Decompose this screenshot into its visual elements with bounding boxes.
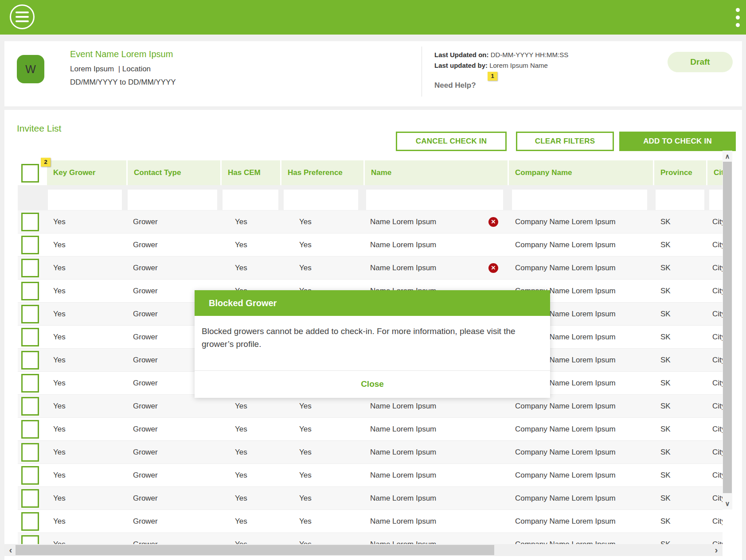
row-checkbox[interactable] <box>21 374 39 393</box>
header-divider <box>422 47 422 97</box>
horizontal-scrollbar-thumb[interactable] <box>16 545 494 555</box>
row-checkbox[interactable] <box>21 259 39 277</box>
cell-contact-type: Grower <box>133 464 158 487</box>
modal-close-button[interactable]: Close <box>195 371 550 397</box>
table-row: YesGrowerYesYesName Lorem IpsumCompany N… <box>18 418 723 441</box>
column-header-has-cem[interactable]: Has CEM <box>220 160 280 185</box>
filter-input-name[interactable] <box>366 190 503 210</box>
row-checkbox[interactable] <box>21 351 39 369</box>
need-help-link[interactable]: Need Help? <box>434 81 476 90</box>
cell-key-grower: Yes <box>53 372 66 395</box>
filter-input-city[interactable] <box>709 190 723 210</box>
column-header-key-grower[interactable]: Key Grower <box>46 160 126 185</box>
cell-contact-type: Grower <box>133 326 158 349</box>
cell-has-cem: Yes <box>235 395 247 418</box>
cell-contact-type: Grower <box>133 280 158 303</box>
filter-input-province[interactable] <box>656 190 704 210</box>
cell-has-cem: Yes <box>235 510 247 533</box>
cell-city: City <box>712 326 723 349</box>
cell-province: SK <box>660 464 671 487</box>
blocked-grower-icon[interactable]: ✕ <box>488 217 498 227</box>
cell-city: City <box>712 233 723 257</box>
hamburger-menu-icon[interactable] <box>10 4 35 29</box>
cell-province: SK <box>660 210 671 233</box>
vertical-scrollbar[interactable]: ∧ ∨ <box>723 151 732 509</box>
row-checkbox[interactable] <box>21 397 39 416</box>
cell-contact-type: Grower <box>133 372 158 395</box>
row-checkbox[interactable] <box>21 489 39 508</box>
row-checkbox[interactable] <box>21 443 39 462</box>
row-checkbox[interactable] <box>21 512 39 531</box>
row-checkbox[interactable] <box>21 466 39 485</box>
cell-name: Name Lorem Ipsum <box>370 210 436 233</box>
cell-has-preference: Yes <box>299 464 312 487</box>
row-checkbox[interactable] <box>21 328 39 346</box>
status-badge: Draft <box>668 52 733 72</box>
cell-name: Name Lorem Ipsum <box>370 418 436 441</box>
row-checkbox[interactable] <box>21 213 39 231</box>
scroll-up-icon[interactable]: ∧ <box>723 152 732 161</box>
cell-key-grower: Yes <box>53 395 66 418</box>
last-updated-by-value: Lorem Ipsum Name <box>488 62 548 69</box>
cell-province: SK <box>660 303 671 326</box>
modal-header: Blocked Grower <box>195 290 550 316</box>
column-header-province[interactable]: Province <box>653 160 706 185</box>
cell-company-name: Company Name Lorem Ipsum <box>515 210 616 233</box>
last-updated-on-label: Last Updated on: <box>434 51 489 58</box>
filter-input-has-preference[interactable] <box>284 190 358 210</box>
last-updated-by-label: Last updated by: <box>434 62 488 69</box>
row-checkbox[interactable] <box>21 236 39 254</box>
cell-key-grower: Yes <box>53 303 66 326</box>
cell-key-grower: Yes <box>53 487 66 510</box>
scroll-down-icon[interactable]: ∨ <box>723 499 732 509</box>
column-header-label: Company Name <box>509 168 572 177</box>
cancel-check-in-button[interactable]: CANCEL CHECK IN <box>396 132 507 151</box>
column-header-label: Name <box>365 168 391 177</box>
column-header-label: Has CEM <box>222 168 261 177</box>
column-header-city[interactable]: City <box>706 160 723 185</box>
table-row: YesGrowerYesYesName Lorem IpsumCompany N… <box>18 487 723 510</box>
filter-input-key-grower[interactable] <box>48 190 122 210</box>
top-app-bar <box>0 0 746 35</box>
cell-city: City <box>712 349 723 372</box>
vertical-scrollbar-thumb[interactable] <box>723 162 732 493</box>
cell-has-cem: Yes <box>235 233 247 257</box>
hamburger-bar <box>16 20 29 22</box>
column-header-label: Key Grower <box>47 168 95 177</box>
row-checkbox[interactable] <box>21 305 39 323</box>
cell-city: City <box>712 441 723 464</box>
modal-footer: Close <box>195 370 550 398</box>
column-header-label: Has Preference <box>281 168 343 177</box>
table-row: YesGrowerYesYesName Lorem IpsumCompany N… <box>18 233 723 257</box>
column-header-contact-type[interactable]: Contact Type <box>126 160 220 185</box>
cell-province: SK <box>660 487 671 510</box>
cell-city: City <box>712 210 723 233</box>
kebab-menu-icon[interactable] <box>732 6 744 29</box>
cell-city: City <box>712 303 723 326</box>
cell-contact-type: Grower <box>133 418 158 441</box>
cell-contact-type: Grower <box>133 233 158 257</box>
cell-company-name: Company Name Lorem Ipsum <box>515 418 616 441</box>
scroll-left-icon[interactable]: ‹ <box>5 544 16 556</box>
table-row: YesGrowerYesYesName Lorem IpsumCompany N… <box>18 395 723 418</box>
cell-company-name: Company Name Lorem Ipsum <box>515 441 616 464</box>
select-all-checkbox[interactable] <box>21 164 39 183</box>
cell-key-grower: Yes <box>53 441 66 464</box>
column-header-has-preference[interactable]: Has Preference <box>280 160 363 185</box>
blocked-grower-icon[interactable]: ✕ <box>488 263 498 273</box>
cell-company-name: Company Name Lorem Ipsum <box>515 233 616 257</box>
filter-input-contact-type[interactable] <box>128 190 217 210</box>
filter-input-has-cem[interactable] <box>223 190 278 210</box>
add-to-check-in-button[interactable]: ADD TO CHECK IN <box>619 132 736 151</box>
filter-input-company-name[interactable] <box>512 190 647 210</box>
column-header-name[interactable]: Name <box>363 160 508 185</box>
row-checkbox[interactable] <box>21 420 39 439</box>
scroll-right-icon[interactable]: › <box>711 544 722 556</box>
hamburger-bar <box>16 12 29 13</box>
horizontal-scrollbar[interactable]: ‹ › <box>4 544 723 556</box>
event-header-card: W Event Name Lorem Ipsum Lorem Ipsum | L… <box>4 41 742 106</box>
clear-filters-button[interactable]: CLEAR FILTERS <box>516 132 614 151</box>
table-row: YesGrowerYesYesName Lorem IpsumCompany N… <box>18 441 723 464</box>
column-header-company-name[interactable]: Company Name <box>508 160 653 185</box>
row-checkbox[interactable] <box>21 282 39 300</box>
